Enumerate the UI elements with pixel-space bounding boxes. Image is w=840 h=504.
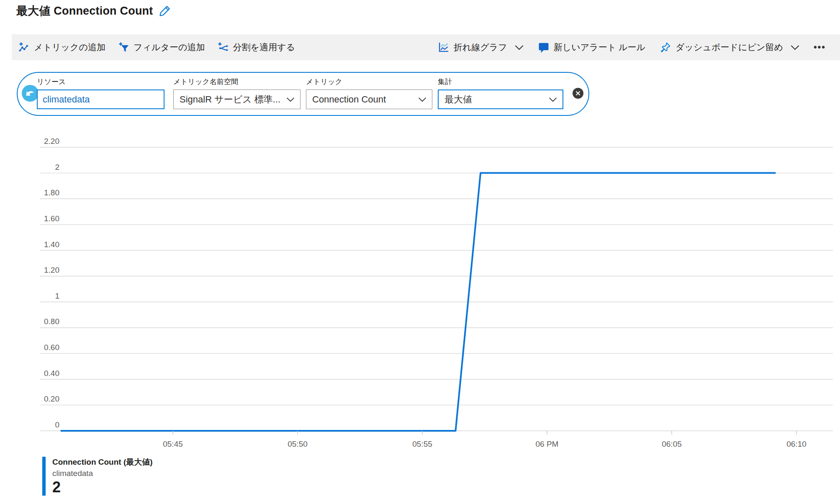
chevron-down-icon bbox=[418, 97, 426, 102]
add-filter-button[interactable]: フィルターの追加 bbox=[118, 41, 205, 53]
remove-metric-button[interactable] bbox=[572, 87, 584, 101]
svg-text:0: 0 bbox=[55, 420, 59, 429]
close-icon bbox=[572, 87, 584, 99]
aggregation-dropdown[interactable]: 最大値 bbox=[438, 90, 563, 109]
toolbar-right-group: 折れ線グラフ 新しいアラート ルール ダッシュボードにピン留め bbox=[438, 41, 826, 53]
metric-value: Connection Count bbox=[312, 94, 386, 105]
alert-rule-icon bbox=[538, 41, 550, 53]
svg-text:1: 1 bbox=[55, 292, 59, 300]
aggregation-field: 集計 最大値 bbox=[438, 77, 563, 109]
metrics-line-chart[interactable]: 00.200.400.600.8011.201.401.601.8022.200… bbox=[0, 138, 840, 456]
svg-text:1.20: 1.20 bbox=[44, 266, 59, 274]
signalr-resource-icon bbox=[22, 85, 39, 103]
svg-text:1.60: 1.60 bbox=[44, 214, 59, 223]
legend-series-title: Connection Count (最大値) bbox=[52, 457, 153, 468]
pin-to-dashboard-button[interactable]: ダッシュボードにピン留め bbox=[660, 41, 799, 53]
legend-current-value: 2 bbox=[52, 480, 153, 495]
add-metric-button[interactable]: メトリックの追加 bbox=[18, 41, 105, 53]
chart-type-button[interactable]: 折れ線グラフ bbox=[438, 41, 524, 53]
svg-text:1.80: 1.80 bbox=[44, 188, 59, 197]
chevron-down-icon bbox=[515, 45, 524, 50]
svg-text:06 PM: 06 PM bbox=[536, 440, 559, 448]
svg-text:0.60: 0.60 bbox=[44, 343, 59, 352]
svg-text:0.20: 0.20 bbox=[44, 394, 59, 403]
new-alert-rule-label: 新しいアラート ルール bbox=[554, 41, 645, 53]
add-filter-label: フィルターの追加 bbox=[134, 41, 205, 53]
pin-to-dashboard-label: ダッシュボードにピン留め bbox=[676, 41, 783, 53]
page-title: 最大値 Connection Count bbox=[16, 3, 153, 18]
toolbar: メトリックの追加 フィルターの追加 bbox=[12, 34, 840, 60]
new-alert-rule-button[interactable]: 新しいアラート ルール bbox=[538, 41, 645, 53]
svg-text:05:50: 05:50 bbox=[288, 440, 308, 448]
namespace-dropdown[interactable]: SignalR サービス 標準... bbox=[173, 90, 301, 109]
aggregation-value: 最大値 bbox=[444, 93, 472, 106]
add-filter-icon bbox=[118, 42, 129, 53]
add-metric-label: メトリックの追加 bbox=[34, 41, 105, 53]
apply-splitting-button[interactable]: 分割を適用する bbox=[217, 41, 295, 53]
toolbar-left-group: メトリックの追加 フィルターの追加 bbox=[18, 41, 295, 53]
svg-text:0.40: 0.40 bbox=[44, 369, 59, 378]
svg-text:06:10: 06:10 bbox=[786, 440, 807, 448]
metric-label: メトリック bbox=[306, 77, 432, 87]
legend-resource-name: climatedata bbox=[52, 469, 153, 478]
title-row: 最大値 Connection Count bbox=[16, 3, 171, 18]
pencil-icon bbox=[159, 5, 171, 17]
svg-text:05:45: 05:45 bbox=[163, 440, 183, 448]
metric-field: メトリック Connection Count bbox=[306, 77, 432, 109]
namespace-label: メトリック名前空間 bbox=[173, 77, 301, 87]
chart-type-label: 折れ線グラフ bbox=[454, 41, 507, 53]
resource-input[interactable] bbox=[37, 90, 164, 109]
svg-text:05:55: 05:55 bbox=[412, 440, 432, 448]
more-options-button[interactable]: ••• bbox=[814, 42, 826, 53]
legend-color-bar bbox=[42, 457, 46, 496]
namespace-field: メトリック名前空間 SignalR サービス 標準... bbox=[173, 77, 301, 109]
apply-splitting-label: 分割を適用する bbox=[233, 41, 295, 53]
resource-label: リソース bbox=[37, 77, 164, 87]
svg-text:06:05: 06:05 bbox=[662, 440, 682, 448]
metrics-chart-page: 最大値 Connection Count bbox=[0, 0, 840, 504]
namespace-value: SignalR サービス 標準... bbox=[180, 93, 280, 106]
chevron-down-icon bbox=[549, 97, 557, 102]
svg-text:0.80: 0.80 bbox=[44, 317, 59, 326]
svg-text:2.20: 2.20 bbox=[44, 138, 59, 146]
chevron-down-icon bbox=[286, 97, 295, 102]
apply-splitting-icon bbox=[217, 42, 229, 53]
line-chart-icon bbox=[438, 41, 450, 53]
resource-field: リソース bbox=[37, 77, 164, 109]
legend-item[interactable]: Connection Count (最大値) climatedata 2 bbox=[42, 457, 153, 496]
metric-dropdown[interactable]: Connection Count bbox=[306, 90, 432, 109]
pin-icon bbox=[660, 41, 671, 53]
aggregation-label: 集計 bbox=[438, 77, 563, 87]
add-metric-icon bbox=[18, 42, 30, 53]
svg-text:2: 2 bbox=[55, 163, 59, 171]
edit-title-button[interactable] bbox=[159, 5, 171, 17]
svg-text:1.40: 1.40 bbox=[44, 240, 59, 249]
chevron-down-icon bbox=[791, 45, 799, 50]
